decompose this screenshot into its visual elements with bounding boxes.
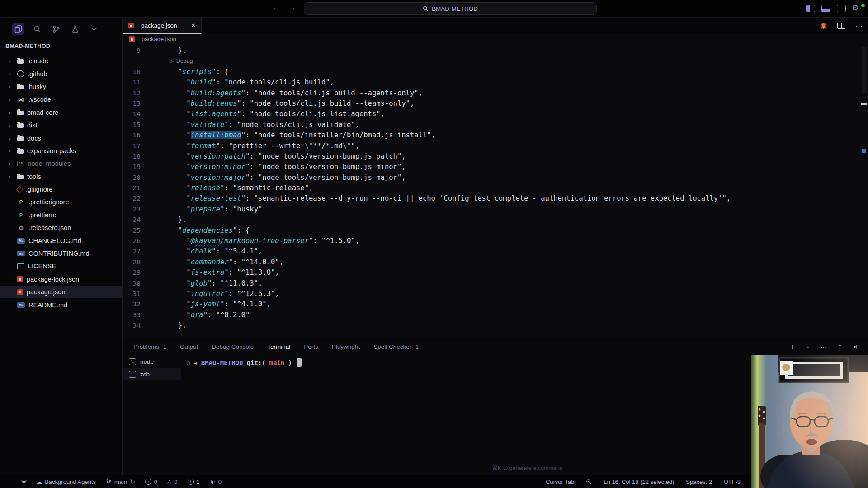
status-zoom[interactable] bbox=[586, 479, 592, 485]
code-line-26: 26 "@kayvan/markdown-tree-parser": "^1.5… bbox=[123, 236, 868, 246]
file-label: package-lock.json bbox=[27, 276, 79, 283]
panel-tab-debug-console[interactable]: Debug Console bbox=[212, 343, 254, 350]
file-label: LICENSE bbox=[28, 263, 56, 270]
split-editor-icon[interactable] bbox=[837, 23, 845, 29]
tree-item-contributing-md[interactable]: M↓CONTRIBUTING.md bbox=[0, 247, 122, 260]
tree-item--releaserc-json[interactable]: ⚙.releaserc.json bbox=[0, 221, 122, 234]
status-spaces-2[interactable]: Spaces: 2 bbox=[686, 479, 712, 485]
file-label: .prettierrc bbox=[28, 211, 56, 219]
code-line-12: 12 "build:agents": "node tools/cli.js bu… bbox=[123, 88, 868, 99]
status-remote[interactable]: >< bbox=[21, 479, 26, 485]
tree-item--prettierignore[interactable]: P.prettierignore bbox=[0, 196, 122, 208]
file-label: bmad-core bbox=[27, 109, 58, 116]
line-number: 19 bbox=[123, 162, 146, 172]
tree-item-bmad-core[interactable]: ›bmad-core bbox=[0, 106, 122, 119]
panel-tab-problems[interactable]: Problems1 bbox=[133, 343, 166, 350]
line-number: 15 bbox=[123, 120, 146, 130]
toggle-panel-icon[interactable] bbox=[821, 5, 830, 12]
close-panel-icon[interactable]: ✕ bbox=[853, 343, 858, 351]
tree-item-node-modules[interactable]: ›JSnode_modules bbox=[0, 157, 122, 170]
breadcrumb[interactable]: n package.json bbox=[129, 36, 176, 42]
tree-item-dist[interactable]: ›dist bbox=[0, 119, 122, 131]
search-icon[interactable] bbox=[31, 23, 43, 35]
tree-item--vscode[interactable]: ›⋈.vscode bbox=[0, 93, 122, 106]
more-actions-icon[interactable]: ⋯ bbox=[855, 22, 863, 30]
tree-item-package-lock-json[interactable]: npackage-lock.json bbox=[0, 273, 122, 286]
cursor-ai-starburst-icon[interactable] bbox=[820, 22, 827, 30]
panel-tab-terminal[interactable]: Terminal bbox=[267, 343, 290, 350]
terminal-divider bbox=[181, 355, 181, 472]
tree-item-license[interactable]: LICENSE bbox=[0, 260, 122, 272]
debug-codelens[interactable]: ▷Debug bbox=[146, 56, 193, 66]
tree-item-tools[interactable]: ›tools bbox=[0, 170, 122, 183]
activity-bar bbox=[12, 23, 100, 35]
toggle-secondary-sidebar-icon[interactable] bbox=[837, 5, 846, 12]
tree-item-expansion-packs[interactable]: ›expansion-packs bbox=[0, 145, 122, 157]
panel-tab-bar: Problems1OutputDebug ConsoleTerminalPort… bbox=[133, 338, 419, 355]
panel-tab-playwright[interactable]: Playwright bbox=[332, 343, 360, 350]
status-1[interactable]: i1 bbox=[188, 479, 200, 485]
status-main[interactable]: main↻ bbox=[106, 478, 135, 485]
tree-item--gitignore[interactable]: .gitignore bbox=[0, 183, 122, 196]
back-arrow-icon[interactable]: ← bbox=[272, 3, 280, 12]
git-branch-icon bbox=[106, 479, 112, 485]
status-ln-16-col-18-12-selected-[interactable]: Ln 16, Col 18 (12 selected) bbox=[604, 479, 674, 485]
chevron-right-icon: › bbox=[9, 161, 17, 166]
tree-item-docs[interactable]: ›docs bbox=[0, 131, 122, 144]
code-line-32: 32 "js-yaml": "^4.1.0", bbox=[123, 299, 868, 310]
terminal-session-node[interactable]: >_node bbox=[123, 355, 181, 368]
chevron-down-icon[interactable] bbox=[88, 23, 100, 35]
tree-item-readme-md[interactable]: M↓README.md bbox=[0, 298, 122, 311]
code-line-16: 16 "install:bmad": "node tools/installer… bbox=[123, 130, 868, 141]
tree-item--github[interactable]: ›.github bbox=[0, 67, 122, 80]
terminal-icon: >_ bbox=[129, 371, 136, 378]
tree-item--prettierrc[interactable]: P.prettierrc bbox=[0, 209, 122, 221]
vscode-icon: ⋈ bbox=[17, 96, 25, 103]
tree-item--claude[interactable]: ›.claude bbox=[0, 55, 122, 67]
panel-tab-spell-checker[interactable]: Spell Checker1 bbox=[373, 343, 419, 350]
code-line-30: 30 "glob": "^11.0.3", bbox=[123, 278, 868, 289]
zoom-icon bbox=[586, 479, 592, 485]
npm-file-icon: n bbox=[129, 36, 135, 42]
tree-item-package-json[interactable]: npackage.json bbox=[0, 286, 122, 298]
status-cursor-tab[interactable]: Cursor Tab bbox=[546, 479, 574, 485]
maximize-panel-icon[interactable]: ⌃ bbox=[838, 344, 842, 350]
terminal-session-zsh[interactable]: >_zsh bbox=[123, 368, 181, 380]
code-editor[interactable]: 9 },▷Debug10 "scripts": {11 "build": "no… bbox=[123, 46, 868, 338]
panel-tab-ports[interactable]: Ports bbox=[304, 343, 318, 350]
tab-package-json[interactable]: n package.json ✕ bbox=[123, 18, 202, 34]
panel-tab-output[interactable]: Output bbox=[180, 343, 198, 350]
editor-scrollbar[interactable] bbox=[859, 46, 868, 338]
remote-icon: >< bbox=[21, 479, 26, 485]
tree-item--husky[interactable]: ›.husky bbox=[0, 80, 122, 93]
forward-arrow-icon[interactable]: → bbox=[288, 3, 296, 12]
source-control-icon[interactable] bbox=[50, 23, 62, 35]
status-0[interactable]: ×0 bbox=[145, 479, 157, 485]
settings-gear-icon[interactable]: ⚙ bbox=[852, 3, 859, 13]
beaker-icon[interactable] bbox=[69, 23, 81, 35]
status-0[interactable]: △0 bbox=[167, 479, 177, 485]
scrollbar-thumb[interactable] bbox=[862, 47, 867, 93]
status-0[interactable]: 0 bbox=[210, 479, 222, 485]
command-center-search[interactable]: BMAD-METHOD bbox=[304, 2, 597, 15]
tab-close-icon[interactable]: ✕ bbox=[191, 22, 196, 29]
tree-item-changelog-md[interactable]: M↓CHANGELOG.md bbox=[0, 234, 122, 247]
new-terminal-icon[interactable]: + bbox=[790, 343, 795, 352]
file-label: .claude bbox=[27, 57, 48, 65]
status-green-dot bbox=[861, 4, 865, 7]
terminal-dropdown-icon[interactable]: ⌄ bbox=[806, 344, 810, 350]
code-line-21: 21 "release": "semantic-release", bbox=[123, 183, 868, 193]
codelens-line: ▷Debug bbox=[123, 56, 868, 66]
files-icon[interactable] bbox=[12, 23, 24, 35]
file-label: dist bbox=[27, 122, 38, 129]
code-line-25: 25 "dependencies": { bbox=[123, 225, 868, 236]
folder-icon bbox=[17, 85, 24, 89]
chevron-right-icon: › bbox=[9, 110, 17, 115]
panel-more-icon[interactable]: ⋯ bbox=[821, 343, 827, 351]
code-line-20: 20 "version:major": "node tools/version-… bbox=[123, 173, 868, 183]
status-utf-8[interactable]: UTF-8 bbox=[724, 479, 741, 485]
toggle-primary-sidebar-icon[interactable] bbox=[806, 5, 815, 12]
line-number: 23 bbox=[123, 204, 146, 215]
status-bar: ><☁Background Agentsmain↻×0△0i10 Cursor … bbox=[0, 475, 868, 488]
status-background-agents[interactable]: ☁Background Agents bbox=[36, 479, 96, 485]
